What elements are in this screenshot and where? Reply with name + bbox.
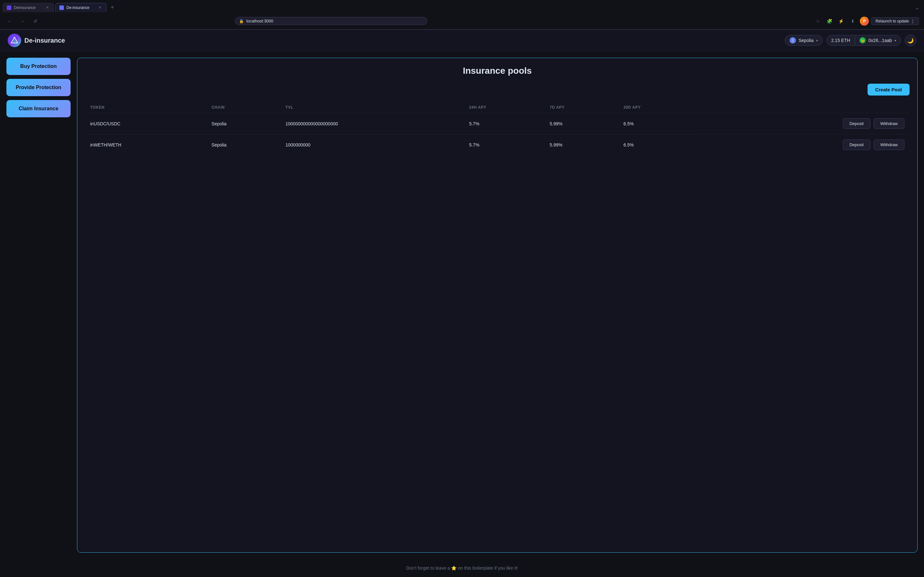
deposit-button-0[interactable]: Deposit (843, 118, 871, 129)
wallet-address-button[interactable]: 🐸 0x26...1aab ▾ (855, 35, 901, 45)
panel-toolbar: Create Pool (85, 84, 909, 95)
tab-deinsurance[interactable]: DeInsurance ✕ (3, 3, 54, 12)
footer-star: ⭐ (451, 566, 457, 571)
cell-apy30d-1: 6.5% (618, 134, 699, 155)
cell-actions-0: Deposit Withdraw (699, 113, 909, 134)
wallet-chevron-icon: ▾ (895, 39, 896, 42)
col-token: TOKEN (85, 102, 206, 113)
browser-chrome: DeInsurance ✕ De-insurance ✕ + ⌄ ← → ↺ 🔒… (0, 0, 924, 30)
app-name: De-insurance (24, 37, 65, 44)
provide-protection-button[interactable]: Provide Protection (6, 79, 71, 96)
tab-bar: DeInsurance ✕ De-insurance ✕ + ⌄ (0, 0, 924, 13)
cell-token-0: inUSDC/USDC (85, 113, 206, 135)
url-text: localhost:3000 (246, 19, 273, 23)
back-button[interactable]: ← (5, 17, 14, 26)
app-logo: De-insurance (8, 34, 65, 47)
col-actions (699, 102, 909, 113)
cell-tvl-1: 1000000000 (280, 134, 464, 155)
cell-chain-1: Sepolia (206, 134, 280, 155)
cell-token-1: inWETH/WETH (85, 134, 206, 155)
tab-favicon-2 (59, 5, 64, 10)
col-apy-7d: 7D APY (544, 102, 618, 113)
footer-text-after: on this boilerplate if you like it! (457, 566, 518, 571)
tab-title-1: DeInsurance (14, 5, 36, 10)
reload-button[interactable]: ↺ (31, 17, 40, 26)
tab-title-2: De-insurance (66, 5, 89, 10)
network-name: Sepolia (798, 38, 814, 43)
table-row: inWETH/WETH Sepolia 1000000000 5.7% 5.99… (85, 134, 909, 155)
theme-icon: 🌙 (907, 37, 914, 44)
url-lock-icon: 🔒 (239, 19, 244, 23)
table-header-row: TOKEN CHAIN TVL 24H APY 7D APY 30D APY (85, 102, 909, 113)
url-bar[interactable]: 🔒 localhost:3000 (235, 17, 427, 25)
tab-favicon-1 (7, 5, 11, 10)
cell-tvl-0: 100000000000000000000 (280, 113, 464, 135)
address-bar: ← → ↺ 🔒 localhost:3000 ☆ 🧩 ⚡ ⬇ P Relaunc… (0, 13, 924, 29)
bookmark-button[interactable]: ☆ (814, 17, 822, 26)
logo-icon (8, 34, 21, 47)
col-apy-30d: 30D APY (618, 102, 699, 113)
download-button[interactable]: ⬇ (848, 17, 857, 26)
pools-table: TOKEN CHAIN TVL 24H APY 7D APY 30D APY i… (85, 102, 909, 155)
tab-overflow-button[interactable]: ⌄ (913, 3, 921, 12)
col-apy-24h: 24H APY (464, 102, 544, 113)
claim-insurance-button[interactable]: Claim Insurance (6, 100, 71, 117)
cell-apy7d-1: 5.99% (544, 134, 618, 155)
relaunch-button[interactable]: Relaunch to update ⋮ (871, 17, 919, 25)
cell-chain-0: Sepolia (206, 113, 280, 135)
new-tab-button[interactable]: + (108, 3, 117, 12)
cell-apy30d-0: 6.5% (618, 113, 699, 135)
footer-text-before: Don't forget to leave a (406, 566, 451, 571)
wallet-address-text: 0x26...1aab (869, 38, 892, 43)
relaunch-label: Relaunch to update (876, 19, 909, 23)
table-row: inUSDC/USDC Sepolia 10000000000000000000… (85, 113, 909, 135)
panel-title: Insurance pools (85, 66, 909, 76)
cell-apy7d-0: 5.99% (544, 113, 618, 135)
cell-apy24h-0: 5.7% (464, 113, 544, 135)
col-chain: CHAIN (206, 102, 280, 113)
header-actions: Ξ Sepolia ▾ 2.15 ETH 🐸 0x26...1aab ▾ 🌙 (785, 35, 916, 46)
extension-button[interactable]: 🧩 (825, 17, 834, 26)
col-tvl: TVL (280, 102, 464, 113)
sidebar: Buy Protection Provide Protection Claim … (6, 58, 71, 553)
app-header: De-insurance Ξ Sepolia ▾ 2.15 ETH 🐸 0x26… (0, 30, 924, 51)
profile-button[interactable]: P (860, 17, 869, 26)
cell-apy24h-1: 5.7% (464, 134, 544, 155)
deposit-button-1[interactable]: Deposit (843, 139, 871, 150)
withdraw-button-1[interactable]: Withdraw (874, 139, 905, 150)
wallet-info: 2.15 ETH 🐸 0x26...1aab ▾ (827, 35, 901, 46)
browser-actions: ☆ 🧩 ⚡ ⬇ P Relaunch to update ⋮ (814, 17, 919, 26)
forward-button[interactable]: → (18, 17, 27, 26)
eth-balance: 2.15 ETH (827, 36, 855, 45)
table-header: TOKEN CHAIN TVL 24H APY 7D APY 30D APY (85, 102, 909, 113)
network-selector[interactable]: Ξ Sepolia ▾ (785, 35, 822, 46)
main-content: Buy Protection Provide Protection Claim … (0, 51, 924, 559)
network-chevron-icon: ▾ (816, 39, 818, 42)
tab-de-insurance[interactable]: De-insurance ✕ (55, 3, 107, 12)
theme-toggle-button[interactable]: 🌙 (905, 35, 916, 46)
extensions-button-2[interactable]: ⚡ (837, 17, 846, 26)
tab-close-1[interactable]: ✕ (45, 5, 50, 10)
wallet-avatar: 🐸 (859, 37, 866, 44)
eth-network-icon: Ξ (790, 37, 796, 44)
create-pool-button[interactable]: Create Pool (867, 84, 909, 95)
cell-actions-1: Deposit Withdraw (699, 134, 909, 155)
footer: Don't forget to leave a ⭐ on this boiler… (0, 559, 924, 577)
relaunch-menu-icon: ⋮ (911, 19, 915, 23)
insurance-pools-panel: Insurance pools Create Pool TOKEN CHAIN … (77, 58, 918, 553)
withdraw-button-0[interactable]: Withdraw (874, 118, 905, 129)
tab-close-2[interactable]: ✕ (97, 5, 102, 10)
table-body: inUSDC/USDC Sepolia 10000000000000000000… (85, 113, 909, 155)
buy-protection-button[interactable]: Buy Protection (6, 58, 71, 75)
